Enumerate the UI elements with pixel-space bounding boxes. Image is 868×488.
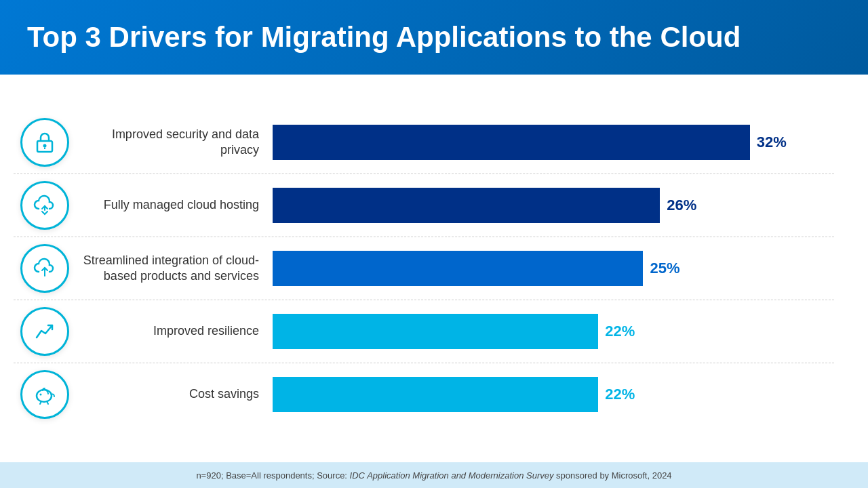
bar-area-resilience: 22% bbox=[273, 314, 834, 349]
bar-cost bbox=[273, 377, 598, 412]
bar-area-integration: 25% bbox=[273, 251, 834, 286]
footer-text: n=920; Base=All respondents; Source: IDC… bbox=[196, 470, 671, 481]
chart-row-resilience: Improved resilience 22% bbox=[14, 300, 834, 363]
footer: n=920; Base=All respondents; Source: IDC… bbox=[0, 462, 868, 488]
label-resilience: Improved resilience bbox=[83, 323, 273, 339]
label-cost: Cost savings bbox=[83, 386, 273, 402]
chart-row-cost: Cost savings 22% bbox=[14, 363, 834, 426]
cloud-sync-icon bbox=[32, 192, 58, 218]
icon-circle-cost bbox=[20, 370, 69, 419]
lock-icon bbox=[32, 129, 58, 155]
icon-circle-resilience bbox=[20, 307, 69, 356]
label-security: Improved security and data privacy bbox=[83, 127, 273, 159]
bar-area-cloud-hosting: 26% bbox=[273, 188, 834, 223]
icon-circle-security bbox=[20, 118, 69, 167]
page-title: Top 3 Drivers for Migrating Applications… bbox=[27, 20, 741, 54]
bar-value-resilience: 22% bbox=[605, 323, 635, 340]
bar-cloud-hosting bbox=[273, 188, 660, 223]
svg-point-5 bbox=[40, 394, 42, 396]
main-body: Improved security and data privacy 32% F… bbox=[0, 75, 868, 488]
chart-row-integration: Streamlined integration of cloud-based p… bbox=[14, 237, 834, 300]
bar-resilience bbox=[273, 314, 598, 349]
bar-area-cost: 22% bbox=[273, 377, 834, 412]
cloud-upload-icon bbox=[32, 256, 58, 281]
bar-security bbox=[273, 125, 750, 160]
page-header: Top 3 Drivers for Migrating Applications… bbox=[0, 0, 868, 75]
icon-circle-cloud-hosting bbox=[20, 181, 69, 230]
bar-integration bbox=[273, 251, 643, 286]
icon-circle-integration bbox=[20, 244, 69, 293]
piggy-bank-icon bbox=[32, 382, 58, 407]
bar-value-integration: 25% bbox=[650, 260, 679, 277]
trending-up-icon bbox=[32, 319, 58, 344]
svg-point-1 bbox=[43, 144, 47, 148]
chart-row-cloud-hosting: Fully managed cloud hosting 26% bbox=[14, 174, 834, 237]
bar-value-cost: 22% bbox=[605, 386, 635, 403]
bar-area-security: 32% bbox=[273, 125, 834, 160]
label-integration: Streamlined integration of cloud-based p… bbox=[83, 253, 273, 285]
bar-value-security: 32% bbox=[757, 134, 787, 151]
svg-point-4 bbox=[37, 390, 52, 402]
chart-section: Improved security and data privacy 32% F… bbox=[0, 75, 868, 462]
label-cloud-hosting: Fully managed cloud hosting bbox=[83, 197, 273, 213]
chart-row-security: Improved security and data privacy 32% bbox=[14, 111, 834, 174]
bar-value-cloud-hosting: 26% bbox=[667, 197, 696, 214]
